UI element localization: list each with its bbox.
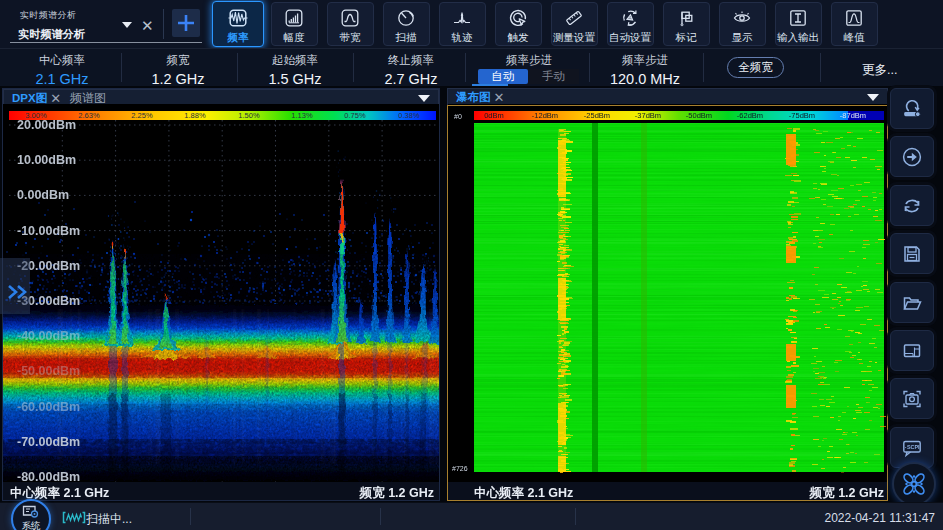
svg-text:-10.00dBm: -10.00dBm: [17, 224, 80, 238]
svg-text:-87dBm: -87dBm: [840, 111, 866, 120]
svg-text:10.00dBm: 10.00dBm: [17, 153, 76, 167]
svg-text:-80.00dBm: -80.00dBm: [17, 470, 80, 482]
svg-text:1.13%: 1.13%: [291, 111, 313, 120]
svg-text:-50.00dBm: -50.00dBm: [17, 364, 80, 378]
svg-text:20.00dBm: 20.00dBm: [17, 118, 76, 132]
svg-text:-40.00dBm: -40.00dBm: [17, 329, 80, 343]
svg-text:#726: #726: [452, 465, 468, 472]
svg-text:·SCPI: ·SCPI: [905, 444, 920, 450]
svg-text:2.25%: 2.25%: [131, 111, 153, 120]
svg-text:1.88%: 1.88%: [184, 111, 206, 120]
svg-text:0.38%: 0.38%: [398, 111, 420, 120]
svg-text:0dBm: 0dBm: [484, 111, 504, 120]
svg-text:0.75%: 0.75%: [344, 111, 366, 120]
svg-text:-37dBm: -37dBm: [635, 111, 661, 120]
svg-text:-75dBm: -75dBm: [789, 111, 815, 120]
svg-text:2.63%: 2.63%: [78, 111, 100, 120]
svg-text:-60.00dBm: -60.00dBm: [17, 400, 80, 414]
svg-text:1.50%: 1.50%: [238, 111, 260, 120]
svg-text:#0: #0: [454, 113, 462, 120]
svg-text:0.00dBm: 0.00dBm: [17, 188, 69, 202]
svg-text:-50dBm: -50dBm: [686, 111, 712, 120]
svg-text:-25dBm: -25dBm: [584, 111, 610, 120]
svg-text:-12dBm: -12dBm: [532, 111, 558, 120]
svg-text:-62dBm: -62dBm: [737, 111, 763, 120]
svg-text:-70.00dBm: -70.00dBm: [17, 435, 80, 449]
